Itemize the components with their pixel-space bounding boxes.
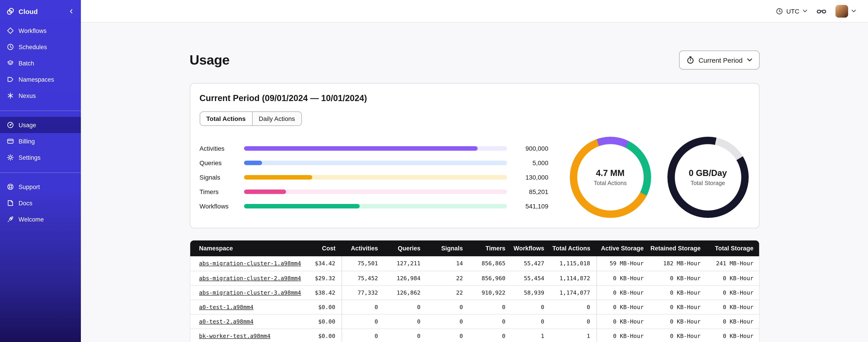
sidebar-item-batch[interactable]: Batch (0, 55, 81, 71)
sidebar-item-schedules[interactable]: Schedules (0, 39, 81, 55)
table-row: a0-test-1.a98mm4$0.000000000 KB-Hour0 KB… (190, 300, 759, 314)
cell-activities: 77,332 (342, 285, 384, 300)
cell-cost: $0.00 (304, 329, 342, 342)
stopwatch-icon (686, 56, 694, 64)
cell-cost: $34.42 (304, 256, 342, 271)
bar-row-timers: Timers 85,201 (199, 184, 548, 199)
cell-active-storage: 59 MB-Hour (597, 256, 650, 271)
sidebar-item-namespaces[interactable]: Namespaces (0, 71, 81, 88)
namespaces-icon (7, 76, 14, 83)
cell-retained-storage: 0 KB-Hour (650, 285, 707, 300)
tab-daily-actions[interactable]: Daily Actions (252, 112, 301, 126)
donut-value: 4.7 MM (596, 168, 625, 178)
cell-active-storage: 0 KB-Hour (597, 285, 650, 300)
table-row: a0-test-2.a98mm4$0.000000000 KB-Hour0 KB… (190, 314, 759, 329)
cell-cost: $38.42 (304, 285, 342, 300)
batch-icon (7, 60, 14, 67)
sidebar-item-billing[interactable]: Billing (0, 133, 81, 149)
tab-total-actions[interactable]: Total Actions (200, 112, 252, 126)
sidebar-nav-footer: Support Docs Welcome (0, 179, 81, 228)
cell-timers: 856,865 (469, 256, 512, 271)
bar-value: 130,000 (512, 174, 548, 181)
sidebar-item-support[interactable]: Support (0, 179, 81, 195)
cell-total-actions: 1,174,077 (551, 285, 597, 300)
cell-queries: 127,211 (384, 256, 427, 271)
cell-signals: 0 (427, 314, 469, 329)
sidebar-item-label: Welcome (19, 216, 44, 223)
user-menu[interactable] (835, 5, 856, 18)
chevron-down-icon (851, 9, 856, 13)
period-dropdown-button[interactable]: Current Period (679, 50, 759, 69)
current-period-card: Current Period (09/01/2024 — 10/01/2024)… (190, 83, 759, 228)
cell-activities: 75,501 (342, 256, 384, 271)
sidebar-item-label: Usage (19, 122, 36, 128)
cell-queries: 126,862 (384, 285, 427, 300)
sidebar-item-workflows[interactable]: Workflows (0, 23, 81, 39)
temporal-logo-icon (6, 7, 14, 15)
cell-workflows: 0 (512, 300, 551, 314)
cell-timers: 0 (469, 329, 512, 342)
cell-signals: 22 (427, 285, 469, 300)
table-row: abs-migration-cluster-1.a98mm4$34.4275,5… (190, 256, 759, 271)
cell-cost: $29.32 (304, 271, 342, 285)
cell-active-storage: 0 KB-Hour (597, 300, 650, 314)
actions-tab-group: Total Actions Daily Actions (199, 111, 302, 126)
timezone-dropdown[interactable]: UTC (776, 7, 807, 15)
cell-namespace: abs-migration-cluster-2.a98mm4 (190, 271, 304, 285)
topbar: UTC (81, 0, 868, 23)
bar-fill (244, 204, 360, 208)
cell-total-storage: 0 KB-Hour (707, 300, 759, 314)
cell-total-storage: 0 KB-Hour (707, 285, 759, 300)
col-header-signals: Signals (427, 240, 469, 256)
glasses-icon[interactable] (816, 6, 827, 16)
bar-row-queries: Queries 5,000 (199, 156, 548, 170)
sidebar-item-nexus[interactable]: Nexus (0, 88, 81, 104)
cell-total-actions: 0 (551, 300, 597, 314)
table-row: abs-migration-cluster-2.a98mm4$29.3275,4… (190, 271, 759, 285)
namespace-link[interactable]: abs-migration-cluster-1.a98mm4 (199, 260, 301, 267)
namespace-link[interactable]: abs-migration-cluster-2.a98mm4 (199, 275, 301, 281)
period-dropdown-label: Current Period (699, 56, 743, 64)
cell-total-actions: 1 (551, 329, 597, 342)
bar-row-signals: Signals 130,000 (199, 170, 548, 184)
cell-activities: 0 (342, 329, 384, 342)
col-header-total-actions: Total Actions (551, 240, 597, 256)
cell-active-storage: 0 KB-Hour (597, 271, 650, 285)
sidebar-item-welcome[interactable]: Welcome (0, 211, 81, 228)
cell-total-actions: 1,115,018 (551, 256, 597, 271)
donut-value: 0 GB/Day (689, 168, 727, 178)
user-avatar (835, 5, 848, 18)
col-header-total-storage: Total Storage (707, 240, 759, 256)
sidebar-item-label: Nexus (19, 92, 36, 99)
sidebar-collapse-button[interactable] (68, 8, 74, 14)
col-header-namespace: Namespace (190, 240, 304, 256)
col-header-active-storage: Active Storage (597, 240, 650, 256)
sidebar-item-usage[interactable]: Usage (0, 117, 81, 133)
col-header-queries: Queries (384, 240, 427, 256)
bar-track (244, 161, 507, 165)
clock-icon (776, 7, 783, 15)
namespace-link[interactable]: abs-migration-cluster-3.a98mm4 (199, 289, 301, 296)
cell-signals: 0 (427, 300, 469, 314)
namespace-link[interactable]: bk-worker-test.a98mm4 (199, 332, 271, 339)
bar-value: 900,000 (512, 145, 548, 152)
bar-fill (244, 146, 478, 151)
col-header-timers: Timers (469, 240, 512, 256)
sidebar-item-settings[interactable]: Settings (0, 149, 81, 166)
col-header-retained-storage: Retained Storage (650, 240, 707, 256)
sidebar-item-docs[interactable]: Docs (0, 195, 81, 211)
document-icon (7, 199, 14, 207)
sidebar-logo-label: Cloud (19, 7, 38, 15)
bar-label: Signals (199, 174, 238, 181)
namespace-link[interactable]: a0-test-2.a98mm4 (199, 318, 253, 324)
cell-queries: 0 (384, 300, 427, 314)
cell-signals: 0 (427, 329, 469, 342)
sidebar-item-label: Settings (19, 154, 41, 161)
cell-namespace: a0-test-2.a98mm4 (190, 314, 304, 329)
cell-total-actions: 0 (551, 314, 597, 329)
namespace-link[interactable]: a0-test-1.a98mm4 (199, 303, 253, 310)
bar-label: Workflows (199, 203, 238, 210)
cell-retained-storage: 0 KB-Hour (650, 314, 707, 329)
cell-total-storage: 0 KB-Hour (707, 271, 759, 285)
namespace-usage-table: Namespace Cost Activities Queries Signal… (190, 240, 759, 342)
